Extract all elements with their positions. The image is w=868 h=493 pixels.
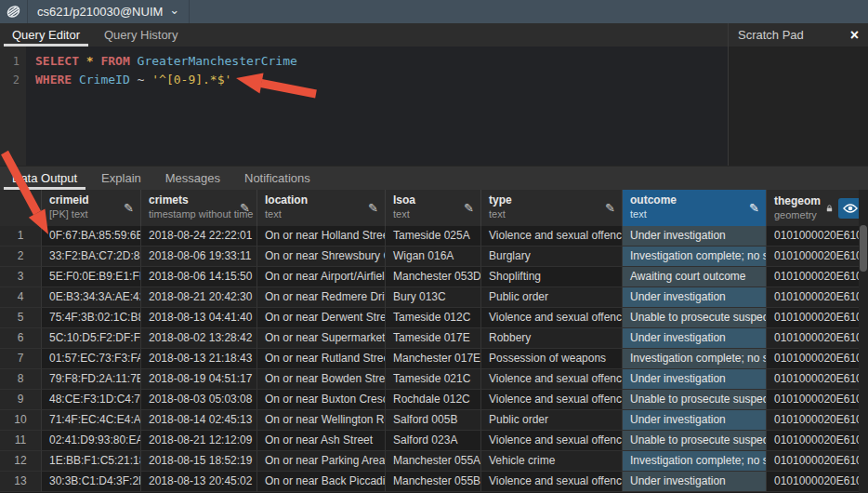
cell-crimets[interactable]: 2018-08-15 18:52:19 [141, 451, 257, 472]
row-number[interactable]: 6 [0, 328, 42, 349]
cell-outcome[interactable]: Under investigation [623, 226, 767, 246]
cell-outcome[interactable]: Unable to prosecute suspect [623, 390, 767, 410]
cell-crimeid[interactable]: 79:F8:FD:2A:11:7E [42, 369, 141, 390]
cell-lsoa[interactable]: Manchester 053D [386, 267, 481, 287]
cell-location[interactable]: On or near Bowden Street [257, 369, 386, 390]
cell-type[interactable]: Robbery [481, 328, 623, 349]
column-header-crimeid[interactable]: crimeid [PK] text ✎ [42, 190, 141, 226]
cell-lsoa[interactable]: Manchester 055B [386, 472, 481, 492]
row-number[interactable]: 7 [0, 349, 42, 369]
cell-crimeid[interactable]: 01:57:EC:73:F3:FA [42, 349, 141, 369]
cell-location[interactable]: On or near Holland Street [257, 226, 386, 246]
cell-thegeom[interactable]: 0101000020E6100 [767, 226, 868, 246]
close-icon[interactable]: × [850, 28, 859, 43]
cell-crimeid[interactable]: 71:4F:EC:4C:E4:AE [42, 410, 141, 431]
sql-line[interactable]: SELECT * FROM GreaterManchesterCrime [35, 52, 728, 71]
cell-outcome[interactable]: Unable to prosecute suspect [623, 431, 767, 451]
cell-thegeom[interactable]: 0101000020E6100 [767, 287, 868, 308]
sql-code-area[interactable]: SELECT * FROM GreaterManchesterCrimeWHER… [26, 47, 728, 166]
cell-lsoa[interactable]: Wigan 016A [386, 246, 481, 267]
cell-lsoa[interactable]: Bury 013C [386, 287, 481, 308]
cell-type[interactable]: Violence and sexual offences [481, 390, 623, 410]
cell-crimets[interactable]: 2018-08-02 13:28:42 [141, 328, 257, 349]
cell-lsoa[interactable]: Tameside 021C [386, 369, 481, 390]
cell-thegeom[interactable]: 0101000020E6100 [767, 328, 868, 349]
row-number[interactable]: 2 [0, 246, 42, 267]
cell-crimeid[interactable]: 30:3B:C1:D4:3F:2F [42, 472, 141, 492]
cell-outcome[interactable]: Investigation complete; no s... [623, 246, 767, 267]
cell-type[interactable]: Violence and sexual offences [481, 308, 623, 328]
cell-crimeid[interactable]: 02:41:D9:93:80:EA [42, 431, 141, 451]
cell-crimeid[interactable]: 75:4F:3B:02:1C:B8 [42, 308, 141, 328]
cell-crimeid[interactable]: 33:F2:BA:C7:2D:88 [42, 246, 141, 267]
cell-thegeom[interactable]: 0101000020E6100 [767, 472, 868, 492]
cell-type[interactable]: Possession of weapons [481, 349, 623, 369]
row-number[interactable]: 10 [0, 410, 42, 431]
cell-crimets[interactable]: 2018-08-21 20:42:30 [141, 287, 257, 308]
sql-editor[interactable]: 12 SELECT * FROM GreaterManchesterCrimeW… [0, 47, 728, 166]
row-number[interactable]: 12 [0, 451, 42, 472]
cell-type[interactable]: Violence and sexual offences [481, 431, 623, 451]
row-number[interactable]: 11 [0, 431, 42, 451]
row-number[interactable]: 1 [0, 226, 42, 246]
cell-type[interactable]: Violence and sexual offences [481, 369, 623, 390]
cell-crimeid[interactable]: 1E:BB:F1:C5:21:18 [42, 451, 141, 472]
cell-crimets[interactable]: 2018-08-19 04:51:17 [141, 369, 257, 390]
cell-location[interactable]: On or near Derwent Street [257, 308, 386, 328]
column-header-outcome[interactable]: outcome text ✎ [623, 190, 767, 226]
cell-lsoa[interactable]: Rochdale 012C [386, 390, 481, 410]
cell-crimeid[interactable]: 48:CE:F3:1D:C4:79 [42, 390, 141, 410]
cell-type[interactable]: Violence and sexual offences [481, 472, 623, 492]
cell-crimets[interactable]: 2018-08-13 04:41:40 [141, 308, 257, 328]
cell-location[interactable]: On or near Redmere Drive [257, 287, 386, 308]
tab-messages[interactable]: Messages [153, 167, 232, 190]
sql-line[interactable]: WHERE CrimeID ~ '^[0-9].*$' [35, 71, 728, 89]
cell-crimeid[interactable]: 0F:67:BA:85:59:6E [42, 226, 141, 246]
cell-crimets[interactable]: 2018-08-13 21:18:43 [141, 349, 257, 369]
cell-location[interactable]: On or near Parking Area [257, 451, 386, 472]
cell-crimeid[interactable]: 5C:10:D5:F2:DF:FF [42, 328, 141, 349]
connection-selector[interactable]: cs621/p210030@NUIM ⌄ [28, 0, 190, 23]
cell-crimets[interactable]: 2018-08-24 22:22:01 [141, 226, 257, 246]
cell-crimeid[interactable]: 0E:B3:34:3A:AE:42 [42, 287, 141, 308]
cell-outcome[interactable]: Under investigation [623, 410, 767, 431]
cell-type[interactable]: Public order [481, 410, 623, 431]
tab-data-output[interactable]: Data Output [0, 167, 89, 190]
cell-crimets[interactable]: 2018-08-13 20:45:02 [141, 472, 257, 492]
cell-location[interactable]: On or near Supermarket [257, 328, 386, 349]
cell-lsoa[interactable]: Salford 005B [386, 410, 481, 431]
cell-crimets[interactable]: 2018-08-06 19:33:11 [141, 246, 257, 267]
cell-thegeom[interactable]: 0101000020E6100 [767, 431, 868, 451]
column-header-thegeom[interactable]: thegeom geometry [767, 190, 868, 226]
scratch-pad[interactable] [728, 47, 868, 166]
tab-query-history[interactable]: Query History [92, 23, 190, 47]
cell-thegeom[interactable]: 0101000020E6100 [767, 246, 868, 267]
column-header-lsoa[interactable]: lsoa text ✎ [386, 190, 481, 226]
cell-thegeom[interactable]: 0101000020E6100 [767, 369, 868, 390]
cell-thegeom[interactable]: 0101000020E6100 [767, 390, 868, 410]
cell-thegeom[interactable]: 0101000020E6100 [767, 410, 868, 431]
column-header-crimets[interactable]: crimets timestamp without time ✎ [141, 190, 257, 226]
cell-outcome[interactable]: Under investigation [623, 472, 767, 492]
cell-location[interactable]: On or near Wellington Road [257, 410, 386, 431]
cell-outcome[interactable]: Unable to prosecute suspect [623, 308, 767, 328]
cell-lsoa[interactable]: Tameside 012C [386, 308, 481, 328]
cell-location[interactable]: On or near Back Piccadilly [257, 472, 386, 492]
cell-type[interactable]: Vehicle crime [481, 451, 623, 472]
cell-crimets[interactable]: 2018-08-06 14:15:50 [141, 267, 257, 287]
cell-outcome[interactable]: Under investigation [623, 369, 767, 390]
cell-thegeom[interactable]: 0101000020E6100 [767, 451, 868, 472]
grid-corner-cell[interactable] [0, 190, 42, 226]
cell-lsoa[interactable]: Tameside 017E [386, 328, 481, 349]
cell-lsoa[interactable]: Manchester 055A [386, 451, 481, 472]
cell-type[interactable]: Burglary [481, 246, 623, 267]
row-number[interactable]: 5 [0, 308, 42, 328]
vertical-scrollbar[interactable] [859, 190, 868, 493]
cell-crimets[interactable]: 2018-08-03 05:03:08 [141, 390, 257, 410]
tab-explain[interactable]: Explain [89, 167, 153, 190]
cell-thegeom[interactable]: 0101000020E6100 [767, 349, 868, 369]
tab-notifications[interactable]: Notifications [232, 167, 322, 190]
scrollbar-thumb[interactable] [860, 225, 867, 272]
cell-outcome[interactable]: Awaiting court outcome [623, 267, 767, 287]
cell-crimets[interactable]: 2018-08-21 12:12:09 [141, 431, 257, 451]
